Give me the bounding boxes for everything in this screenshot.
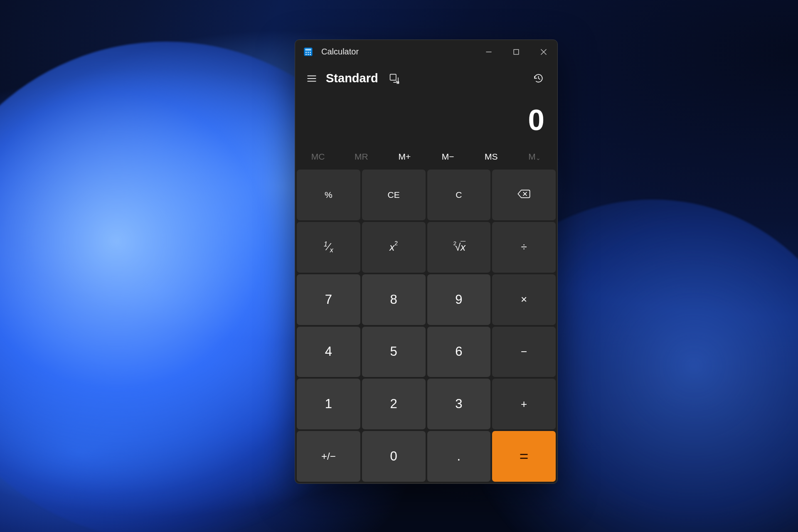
svg-point-2: [305, 52, 307, 53]
history-button[interactable]: [528, 68, 549, 89]
digit-2-button[interactable]: 2: [362, 379, 426, 429]
mode-title: Standard: [326, 71, 378, 85]
digit-9-button[interactable]: 9: [427, 274, 491, 325]
display-value: 0: [308, 105, 544, 141]
digit-0-button[interactable]: 0: [362, 431, 426, 482]
memory-recall-button[interactable]: MR: [340, 148, 383, 165]
square-icon: x2: [389, 241, 398, 253]
minimize-button[interactable]: [475, 40, 502, 64]
maximize-button[interactable]: [502, 40, 530, 64]
svg-rect-1: [305, 49, 311, 50]
digit-5-button[interactable]: 5: [362, 327, 426, 377]
close-button[interactable]: [530, 40, 557, 64]
ce-label: CE: [388, 190, 400, 200]
minus-label: −: [521, 345, 527, 358]
plus-button[interactable]: +: [492, 379, 556, 429]
memory-bar: MC MR M+ M− MS M⌄: [295, 145, 557, 168]
square-button[interactable]: x2: [362, 222, 426, 273]
svg-point-4: [310, 52, 311, 53]
memory-clear-button[interactable]: MC: [296, 148, 340, 165]
keypad: % CE C 1⁄x x2 2√x ÷: [295, 168, 557, 483]
percent-label: %: [325, 190, 332, 200]
percent-button[interactable]: %: [297, 170, 360, 220]
plus-label: +: [521, 398, 527, 411]
digit-1-button[interactable]: 1: [297, 379, 360, 429]
svg-point-3: [308, 52, 309, 53]
c-label: C: [456, 190, 462, 200]
digit-4-button[interactable]: 4: [297, 327, 360, 377]
memory-subtract-button[interactable]: M−: [426, 148, 470, 165]
svg-point-7: [310, 54, 311, 55]
decimal-button[interactable]: .: [427, 431, 491, 482]
square-root-icon: 2√x: [452, 241, 466, 253]
app-title: Calculator: [321, 47, 359, 57]
divide-button[interactable]: ÷: [492, 222, 556, 273]
digit-3-button[interactable]: 3: [427, 379, 491, 429]
display: 0: [295, 93, 557, 145]
equals-button[interactable]: =: [492, 431, 556, 482]
svg-point-5: [305, 54, 307, 55]
svg-rect-15: [390, 74, 396, 80]
negate-button[interactable]: +/−: [297, 431, 360, 482]
memory-list-label: M: [528, 152, 536, 161]
memory-add-button[interactable]: M+: [383, 148, 426, 165]
negate-label: +/−: [321, 451, 336, 462]
calculator-app-icon: [303, 47, 313, 57]
chevron-down-icon: ⌄: [536, 155, 541, 161]
digit-7-button[interactable]: 7: [297, 274, 360, 325]
reciprocal-icon: 1⁄x: [324, 241, 333, 253]
window-controls: [475, 40, 557, 64]
mode-bar: Standard: [295, 64, 557, 93]
calculator-window: Calculator Standard: [295, 39, 558, 484]
backspace-icon: [517, 188, 530, 201]
svg-rect-9: [514, 49, 519, 54]
minus-button[interactable]: −: [492, 327, 556, 377]
memory-list-button[interactable]: M⌄: [513, 148, 556, 165]
reciprocal-button[interactable]: 1⁄x: [297, 222, 360, 273]
divide-label: ÷: [521, 241, 527, 254]
backspace-button[interactable]: [492, 170, 556, 220]
keep-on-top-button[interactable]: [384, 68, 405, 89]
svg-point-6: [308, 54, 309, 55]
clear-button[interactable]: C: [427, 170, 491, 220]
hamburger-menu-button[interactable]: [301, 68, 322, 89]
multiply-label: ×: [521, 293, 527, 306]
multiply-button[interactable]: ×: [492, 274, 556, 325]
digit-8-button[interactable]: 8: [362, 274, 426, 325]
digit-6-button[interactable]: 6: [427, 327, 491, 377]
square-root-button[interactable]: 2√x: [427, 222, 491, 273]
memory-store-button[interactable]: MS: [470, 148, 513, 165]
clear-entry-button[interactable]: CE: [362, 170, 426, 220]
titlebar[interactable]: Calculator: [295, 40, 557, 64]
